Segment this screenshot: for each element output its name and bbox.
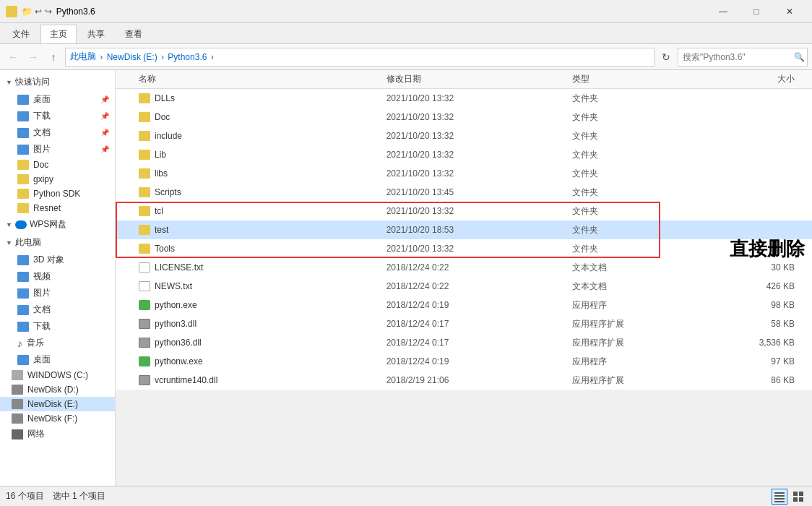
header-size[interactable]: 大小 [696, 73, 806, 85]
music-icon: ♪ [17, 338, 22, 349]
sidebar-item-label: NewDisk (D:) [27, 385, 79, 395]
sidebar-item-downloads[interactable]: 下载 📌 [0, 108, 115, 124]
sidebar-item-pictures2[interactable]: 图片 [0, 285, 115, 301]
header-type[interactable]: 类型 [572, 73, 696, 85]
folder-icon [17, 272, 29, 282]
file-date: 2018/12/24 0:22 [386, 281, 572, 291]
header-name[interactable]: 名称 [121, 73, 386, 85]
sidebar-item-gxipy[interactable]: gxipy [0, 172, 115, 186]
table-row[interactable]: Lib 2021/10/20 13:32 文件夹 [116, 145, 812, 164]
view-details-button[interactable] [772, 489, 787, 505]
sidebar-item-resnet[interactable]: Resnet [0, 201, 115, 215]
file-list: 名称 修改日期 类型 大小 DLLs 2021/10/20 13:32 文件夹 … [116, 70, 812, 390]
sidebar-item-desktop2[interactable]: 桌面 [0, 351, 115, 368]
path-python36[interactable]: Python3.6 [168, 52, 207, 62]
table-row[interactable]: python36.dll 2018/12/24 0:17 应用程序扩展 3,53… [116, 333, 812, 352]
forward-button[interactable]: → [25, 48, 42, 66]
drive-icon [12, 399, 23, 409]
up-button[interactable]: ↑ [45, 48, 62, 66]
file-icon [139, 150, 150, 160]
sidebar-item-video[interactable]: 视频 [0, 268, 115, 285]
sidebar: ▼ 快速访问 桌面 📌 下载 📌 文档 📌 图片 📌 Doc [0, 70, 116, 486]
search-icon[interactable]: 🔍 [794, 52, 805, 62]
table-row[interactable]: Scripts 2021/10/20 13:45 文件夹 [116, 183, 812, 202]
path-newdisk[interactable]: NewDisk (E:) [107, 52, 157, 62]
sidebar-item-documents[interactable]: 文档 📌 [0, 124, 115, 141]
table-row[interactable]: python.exe 2018/12/24 0:19 应用程序 98 KB [116, 296, 812, 314]
sidebar-item-music[interactable]: ♪ 音乐 [0, 335, 115, 351]
sidebar-quick-access[interactable]: ▼ 快速访问 [0, 73, 115, 91]
table-row[interactable]: libs 2021/10/20 13:32 文件夹 [116, 164, 812, 183]
file-type: 文本文档 [572, 280, 696, 293]
file-size: 30 KB [696, 262, 806, 273]
ribbon: 文件 主页 共享 查看 [0, 23, 812, 44]
sidebar-item-label: 视频 [33, 270, 51, 283]
sidebar-item-label: Doc [33, 160, 48, 170]
file-icon [139, 338, 150, 348]
sidebar-item-downloads2[interactable]: 下载 [0, 318, 115, 335]
file-type: 文件夹 [572, 111, 696, 124]
sidebar-item-windows-c[interactable]: WINDOWS (C:) [0, 368, 115, 382]
file-rows-container: DLLs 2021/10/20 13:32 文件夹 Doc 2021/10/20… [116, 89, 812, 390]
file-date: 2018/12/24 0:17 [386, 319, 572, 329]
svg-rect-5 [799, 492, 803, 496]
sidebar-item-pythonsdk[interactable]: Python SDK [0, 186, 115, 201]
sidebar-item-pictures[interactable]: 图片 📌 [0, 141, 115, 158]
header-date[interactable]: 修改日期 [386, 73, 572, 85]
sidebar-item-3d[interactable]: 3D 对象 [0, 252, 115, 268]
view-large-icons-button[interactable] [790, 489, 806, 505]
tab-file[interactable]: 文件 [3, 25, 39, 43]
folder-icon [17, 174, 29, 184]
table-row[interactable]: Doc 2021/10/20 13:32 文件夹 [116, 108, 812, 126]
folder-icon [17, 322, 29, 332]
file-name: LICENSE.txt [155, 262, 203, 273]
table-row[interactable]: NEWS.txt 2018/12/24 0:22 文本文档 426 KB [116, 277, 812, 296]
table-row[interactable]: DLLs 2021/10/20 13:32 文件夹 [116, 89, 812, 108]
table-row[interactable]: python3.dll 2018/12/24 0:17 应用程序扩展 58 KB [116, 314, 812, 333]
status-count: 16 个项目 [6, 490, 44, 502]
file-type: 应用程序 [572, 356, 696, 368]
table-row[interactable]: test 2021/10/20 18:53 文件夹 [116, 220, 812, 239]
table-row[interactable]: include 2021/10/20 13:32 文件夹 [116, 126, 812, 145]
file-list-header[interactable]: 名称 修改日期 类型 大小 [116, 70, 812, 89]
sidebar-item-desktop[interactable]: 桌面 📌 [0, 91, 115, 108]
file-date: 2021/10/20 13:32 [386, 150, 572, 160]
address-path[interactable]: 此电脑 › NewDisk (E:) › Python3.6 › [65, 48, 655, 67]
sidebar-item-documents2[interactable]: 文档 [0, 301, 115, 318]
sidebar-item-newdisk-e[interactable]: NewDisk (E:) [0, 397, 115, 411]
table-row[interactable]: tcl 2021/10/20 13:32 文件夹 [116, 202, 812, 220]
file-icon [139, 112, 150, 122]
tab-home[interactable]: 主页 [40, 25, 77, 43]
file-type: 应用程序扩展 [572, 337, 696, 349]
file-type: 文件夹 [572, 93, 696, 105]
svg-rect-2 [774, 498, 785, 499]
search-input[interactable] [683, 52, 791, 62]
sidebar-item-doc[interactable]: Doc [0, 158, 115, 172]
sidebar-wps[interactable]: ▼ WPS网盘 [0, 215, 115, 233]
pin-icon: 📌 [100, 112, 109, 120]
back-button[interactable]: ← [4, 48, 22, 66]
file-icon [139, 375, 150, 385]
table-row[interactable]: pythonw.exe 2018/12/24 0:19 应用程序 97 KB [116, 352, 812, 371]
tab-share[interactable]: 共享 [78, 25, 114, 43]
file-name: Tools [155, 244, 175, 254]
close-button[interactable]: ✕ [773, 0, 806, 23]
path-thispc[interactable]: 此电脑 [70, 51, 96, 63]
sidebar-item-newdisk-f[interactable]: NewDisk (F:) [0, 411, 115, 426]
drive-icon [12, 413, 23, 424]
search-box[interactable]: 🔍 [678, 48, 808, 67]
table-row[interactable]: LICENSE.txt 2018/12/24 0:22 文本文档 30 KB [116, 258, 812, 277]
refresh-button[interactable]: ↻ [657, 48, 675, 66]
table-row[interactable]: Tools 2021/10/20 13:32 文件夹 [116, 239, 812, 258]
sidebar-thispc[interactable]: ▼ 此电脑 [0, 233, 115, 252]
file-type: 应用程序扩展 [572, 318, 696, 330]
sidebar-item-newdisk-d[interactable]: NewDisk (D:) [0, 382, 115, 397]
minimize-button[interactable]: — [707, 0, 740, 23]
file-name: DLLs [155, 93, 175, 103]
sidebar-item-network[interactable]: 网络 [0, 426, 115, 442]
table-row[interactable]: vcruntime140.dll 2018/2/19 21:06 应用程序扩展 … [116, 371, 812, 390]
tab-view[interactable]: 查看 [116, 25, 152, 43]
sidebar-item-label: 下载 [33, 110, 51, 122]
file-type: 文件夹 [572, 205, 696, 218]
maximize-button[interactable]: □ [740, 0, 773, 23]
